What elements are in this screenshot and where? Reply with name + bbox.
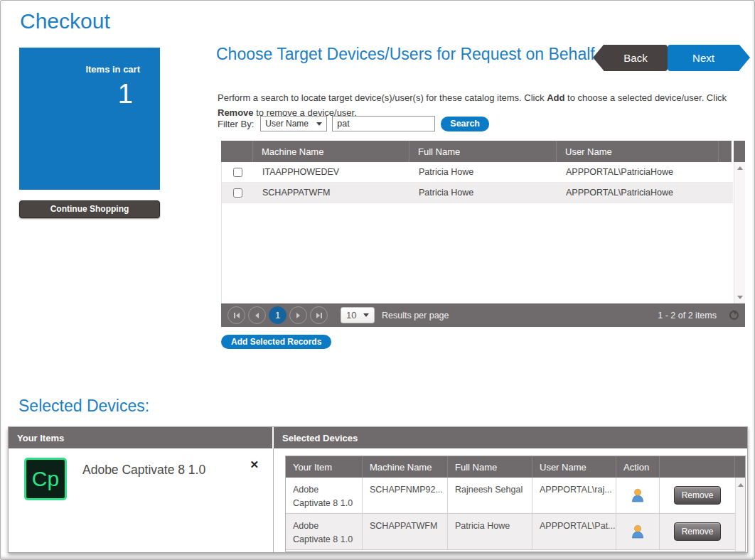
dropdown-arrow-icon (316, 122, 322, 126)
results-grid: Machine Name Full Name User Name ITAAPPH… (221, 141, 745, 327)
selected-devices-panel: Your Item Machine Name Full Name User Na… (273, 448, 747, 552)
your-item-cell: Adobe Captivate 8 1.0 (286, 514, 363, 549)
action-cell (616, 514, 660, 549)
machine-name-cell: SCHAPFNMP92... (363, 478, 448, 513)
header-spacer (719, 141, 732, 162)
back-button[interactable]: Back (593, 45, 668, 71)
table-row: Adobe Captivate 8 1.0 SCHAPFNMP92... Raj… (286, 478, 735, 514)
last-page-icon (321, 313, 322, 318)
user-icon[interactable] (630, 488, 646, 503)
partial-row (286, 550, 735, 552)
items-count-label: 1 - 2 of 2 items (658, 311, 717, 321)
back-arrow-icon (593, 45, 604, 70)
user-name-column-header: User Name (532, 456, 616, 478)
scrollbar-header-spacer (735, 456, 745, 478)
panel-headers: Your Items Selected Devices (9, 427, 747, 448)
full-name-cell: Patricia Howe (410, 167, 557, 177)
instructions-part2: to choose a selected device/user. Click (564, 92, 727, 103)
action-column-header: Action (616, 456, 660, 478)
remove-button[interactable]: Remove (674, 522, 721, 541)
selected-devices-table-header: Your Item Machine Name Full Name User Na… (286, 456, 745, 478)
row-checkbox[interactable] (233, 168, 242, 177)
first-page-button[interactable] (227, 306, 245, 324)
cart-items-label: Items in cart (19, 64, 160, 75)
page-title: Checkout (20, 9, 110, 33)
page-size-value: 10 (346, 310, 356, 321)
action-cell (616, 478, 660, 513)
full-name-cell: Patricia Howe (410, 188, 557, 198)
machine-name-column-header: Machine Name (363, 456, 448, 478)
your-item-cell: Adobe Captivate 8 1.0 (286, 478, 363, 513)
refresh-icon[interactable] (729, 311, 739, 320)
full-name-cell: Rajneesh Sehgal (448, 478, 532, 513)
user-name-cell: APPPORTAL\PatriciaHowe (557, 167, 733, 177)
user-name-cell: APPPORTAL\Pat... (532, 514, 616, 549)
remove-button[interactable]: Remove (674, 486, 721, 505)
results-grid-body: ITAAPPHOWEDEV Patricia Howe APPPORTAL\Pa… (221, 162, 745, 303)
page-size-select[interactable]: 10 (341, 307, 375, 323)
row-checkbox[interactable] (233, 188, 242, 198)
table-row: Adobe Captivate 8 1.0 SCHAPPATWFM Patric… (286, 514, 735, 550)
wizard-heading: Choose Target Devices/Users for Request … (216, 44, 604, 65)
first-page-icon (234, 313, 235, 318)
next-button[interactable]: Next (668, 45, 750, 71)
selected-devices-panel-header: Selected Devices (274, 427, 747, 448)
filter-by-select[interactable]: User Name (260, 116, 327, 131)
remove-column-header (660, 456, 735, 478)
full-name-cell: Patricia Howe (448, 514, 532, 549)
scroll-up-icon[interactable] (737, 166, 743, 170)
full-name-column-header: Full Name (448, 456, 532, 478)
user-name-column-header[interactable]: User Name (557, 141, 719, 162)
user-name-cell: APPPORTAL\raj... (532, 478, 616, 513)
results-per-page-label: Results per page (382, 311, 449, 321)
table-row[interactable]: SCHAPPATWFM Patricia Howe APPPORTAL\Patr… (222, 183, 733, 203)
machine-name-column-header[interactable]: Machine Name (253, 141, 409, 162)
filter-row: Filter By: User Name Search (218, 116, 489, 131)
filter-by-selected-value: User Name (265, 119, 316, 129)
results-scrollbar[interactable] (734, 162, 745, 303)
user-name-cell: APPPORTAL\PatriciaHowe (557, 188, 733, 198)
next-page-button[interactable] (289, 306, 307, 324)
cart-summary-box: Items in cart 1 (19, 48, 160, 190)
dropdown-arrow-icon (363, 313, 369, 317)
next-button-label: Next (668, 45, 739, 71)
prev-page-icon (255, 313, 259, 318)
instructions-part1: Perform a search to locate target device… (218, 92, 547, 103)
your-item-column-header: Your Item (286, 456, 363, 478)
machine-name-cell: SCHAPPATWFM (254, 188, 410, 198)
your-items-panel: Cp Adobe Captivate 8 1.0 ✕ (9, 448, 273, 552)
devices-scrollbar[interactable] (735, 478, 745, 551)
checkout-page: Checkout Items in cart 1 Continue Shoppi… (0, 0, 755, 560)
next-arrow-icon (739, 45, 750, 70)
pagination-bar: 1 10 Results per page 1 - 2 of 2 items (221, 303, 745, 327)
last-page-button[interactable] (310, 306, 328, 324)
selected-devices-table: Your Item Machine Name Full Name User Na… (285, 456, 746, 552)
back-button-label: Back (604, 45, 668, 71)
scrollbar-header-spacer (734, 141, 745, 162)
search-button[interactable]: Search (441, 117, 489, 131)
cart-count: 1 (19, 80, 160, 107)
first-page-icon-arrow (236, 313, 240, 318)
scroll-down-icon[interactable] (737, 296, 743, 299)
prev-page-button[interactable] (248, 306, 266, 324)
remove-item-icon[interactable]: ✕ (250, 458, 259, 471)
continue-shopping-button[interactable]: Continue Shopping (19, 200, 160, 218)
results-grid-header: Machine Name Full Name User Name (221, 141, 745, 162)
select-column-header (221, 141, 253, 162)
machine-name-cell: ITAAPPHOWEDEV (254, 167, 410, 177)
scroll-up-icon[interactable] (738, 483, 744, 487)
instructions-add-keyword: Add (547, 92, 564, 103)
full-name-column-header[interactable]: Full Name (409, 141, 557, 162)
user-icon[interactable] (630, 524, 646, 539)
current-page-button[interactable]: 1 (269, 306, 287, 324)
filter-by-label: Filter By: (218, 119, 254, 129)
cart-item-name: Adobe Captivate 8 1.0 (82, 463, 205, 478)
next-page-icon (296, 313, 300, 318)
adobe-captivate-logo: Cp (24, 458, 67, 500)
last-page-icon-arrow (316, 313, 320, 318)
add-selected-records-button[interactable]: Add Selected Records (221, 335, 331, 349)
search-input[interactable] (332, 116, 435, 131)
your-items-header: Your Items (9, 427, 272, 448)
selected-devices-heading: Selected Devices: (18, 397, 149, 416)
table-row[interactable]: ITAAPPHOWEDEV Patricia Howe APPPORTAL\Pa… (222, 162, 733, 183)
